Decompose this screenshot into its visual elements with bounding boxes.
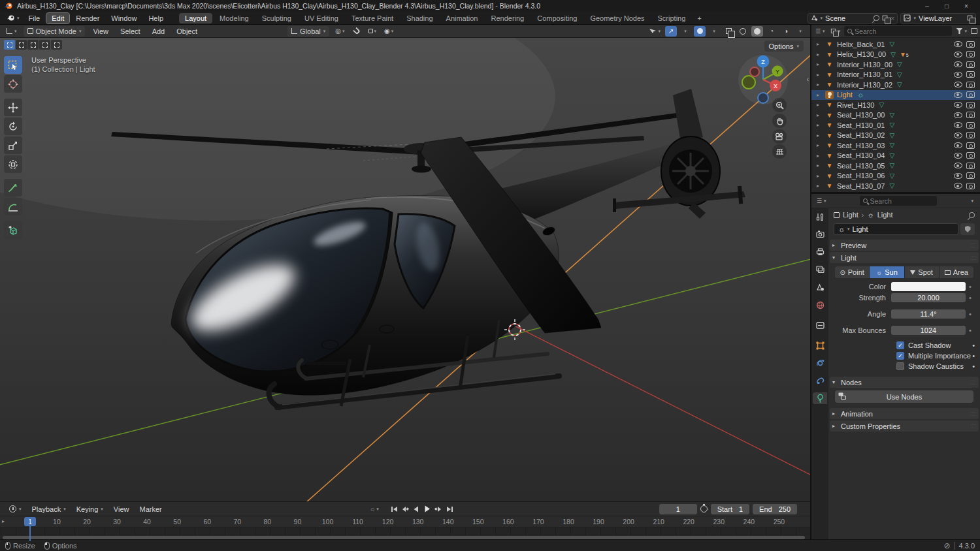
rotate-tool[interactable] [4, 118, 22, 135]
animate-decorator[interactable]: • [972, 362, 975, 370]
playhead-frame-badge[interactable]: 1 [24, 517, 36, 526]
outliner-row[interactable]: ▸▼ Interior_H130_01▽ [811, 70, 980, 80]
shadow-caustics-checkbox[interactable]: ✓ [896, 362, 904, 370]
outliner-row[interactable]: ▸▼ Seat_H130_03▽ [811, 140, 980, 151]
select-box-tool[interactable] [4, 56, 22, 74]
transform-orientation-dropdown[interactable]: Global ▾ [287, 26, 329, 37]
light-name-field[interactable]: ☼ ▾ Light [834, 223, 958, 235]
new-collection-button[interactable] [971, 28, 977, 34]
tab-modeling[interactable]: Modeling [214, 13, 255, 24]
tab-uv-editing[interactable]: UV Editing [299, 13, 344, 24]
outliner-row-selected[interactable]: ▸ Light ☼ [811, 90, 980, 101]
collection-properties-tab[interactable] [813, 319, 827, 331]
expand-arrow-icon[interactable]: ▸ [817, 72, 825, 78]
select-invert-button[interactable] [39, 40, 50, 50]
animate-decorator[interactable]: • [966, 294, 975, 302]
menu-select[interactable]: Select [116, 27, 144, 36]
tool-properties-tab[interactable] [813, 211, 827, 223]
hide-viewport-icon[interactable] [954, 102, 962, 108]
menu-view[interactable]: View [89, 27, 112, 36]
expand-arrow-icon[interactable]: ▸ [817, 133, 825, 138]
menu-keying[interactable]: Keying ▾ [73, 505, 107, 514]
hide-viewport-icon[interactable] [954, 112, 962, 118]
menu-help[interactable]: Help [143, 13, 169, 24]
menu-render[interactable]: Render [71, 13, 105, 24]
annotate-tool[interactable] [4, 179, 22, 197]
outliner-row[interactable]: ▸▼ Helix_Back_01▽ [811, 39, 980, 50]
properties-search-input[interactable] [870, 197, 934, 205]
multiple-importance-checkbox[interactable]: ✓ [896, 352, 904, 360]
move-tool[interactable] [4, 99, 22, 116]
disable-render-icon[interactable] [966, 71, 975, 78]
viewlayer-properties-tab[interactable] [813, 264, 827, 276]
add-primitive-tool[interactable] [4, 221, 22, 239]
outliner-row[interactable]: ▸▼ Helix_H130_00▽ ▼5 [811, 50, 980, 60]
jump-to-end-button[interactable] [445, 504, 455, 514]
orthographic-toggle-button[interactable] [772, 144, 787, 159]
breadcrumb-object[interactable]: Light [843, 211, 858, 219]
gizmo-toggle[interactable]: ↗ [665, 26, 677, 37]
outliner-row[interactable]: ▸▼ Seat_H130_06▽ [811, 171, 980, 181]
outliner-row[interactable]: ▸▼ Seat_H130_00▽ [811, 110, 980, 121]
menu-edit[interactable]: Edit [46, 13, 69, 24]
mode-dropdown[interactable]: Object Mode ▾ [24, 26, 86, 37]
expand-arrow-icon[interactable]: ▸ [817, 52, 825, 57]
pivot-point-dropdown[interactable]: ◎ ▾ [333, 26, 346, 37]
object-name[interactable]: Helix_H130_00 [837, 50, 886, 58]
expand-arrow-icon[interactable]: ▸ [817, 92, 825, 98]
sidebar-collapse-arrow[interactable]: ‹ [807, 76, 809, 83]
select-subtract-button[interactable] [27, 40, 39, 50]
constraints-properties-tab[interactable] [813, 375, 827, 386]
minimize-button[interactable]: – [917, 3, 937, 10]
animate-decorator[interactable]: • [972, 352, 975, 360]
gizmo-axis-neg-z[interactable] [758, 93, 768, 103]
outliner-row[interactable]: ▸▼ Interior_H130_00▽ [811, 59, 980, 70]
mesh-object-icon[interactable]: ▼ [825, 142, 834, 149]
disable-render-icon[interactable] [966, 163, 975, 169]
object-name[interactable]: Seat_H130_02 [837, 131, 885, 139]
tab-animation[interactable]: Animation [440, 13, 484, 24]
outliner-display-mode-button[interactable]: ☰ ▾ [814, 28, 826, 35]
viewlayer-selector[interactable]: ▾ ViewLayer [900, 13, 976, 24]
shading-solid-button[interactable] [751, 26, 763, 37]
outliner-row[interactable]: ▸▼ Rivet_H130▽ [811, 100, 980, 110]
disable-render-icon[interactable] [966, 82, 975, 88]
hide-viewport-icon[interactable] [954, 61, 962, 67]
object-name[interactable]: Interior_H130_00 [837, 61, 892, 69]
maximize-button[interactable]: □ [937, 3, 956, 10]
breadcrumb-data[interactable]: Light [877, 211, 893, 219]
new-scene-icon[interactable] [883, 16, 888, 21]
gizmo-dropdown[interactable]: ▾ [679, 26, 691, 37]
color-swatch[interactable] [891, 282, 966, 291]
disable-render-icon[interactable] [966, 41, 975, 48]
auto-keying-toggle[interactable]: ○ [370, 505, 375, 513]
pin-icon[interactable] [872, 14, 881, 22]
animate-decorator[interactable]: • [966, 326, 975, 334]
camera-view-button[interactable] [772, 129, 787, 144]
disable-render-icon[interactable] [966, 172, 975, 179]
animate-decorator[interactable]: • [972, 341, 975, 349]
light-panel-header[interactable]: ▾ Light ···· ···· [830, 252, 979, 263]
snap-toggle[interactable] [351, 26, 363, 37]
hide-viewport-icon[interactable] [954, 92, 962, 98]
next-keyframe-button[interactable] [434, 504, 444, 514]
object-properties-tab[interactable] [813, 339, 827, 351]
disable-render-icon[interactable] [966, 142, 975, 149]
world-properties-tab[interactable] [813, 299, 827, 311]
shading-rendered-button[interactable]: ◑ [780, 26, 792, 37]
hide-viewport-icon[interactable] [954, 52, 962, 57]
pin-icon[interactable] [968, 211, 976, 219]
mesh-object-icon[interactable]: ▼ [825, 172, 834, 180]
tab-compositing[interactable]: Compositing [531, 13, 583, 24]
timeline-tracks[interactable] [0, 527, 810, 535]
expand-arrow-icon[interactable]: ▸ [817, 102, 825, 108]
hide-viewport-icon[interactable] [954, 72, 962, 78]
max-bounces-field[interactable]: 1024 [891, 326, 966, 335]
stopwatch-icon[interactable] [700, 505, 708, 512]
gizmo-axis-neg-y[interactable] [742, 76, 755, 89]
menu-view-timeline[interactable]: View [110, 505, 133, 514]
menu-object[interactable]: Object [172, 27, 201, 36]
animate-decorator[interactable]: • [966, 310, 975, 318]
unlink-scene-icon[interactable]: × [890, 14, 894, 22]
outliner-filter-button[interactable]: ▾ [955, 28, 968, 34]
